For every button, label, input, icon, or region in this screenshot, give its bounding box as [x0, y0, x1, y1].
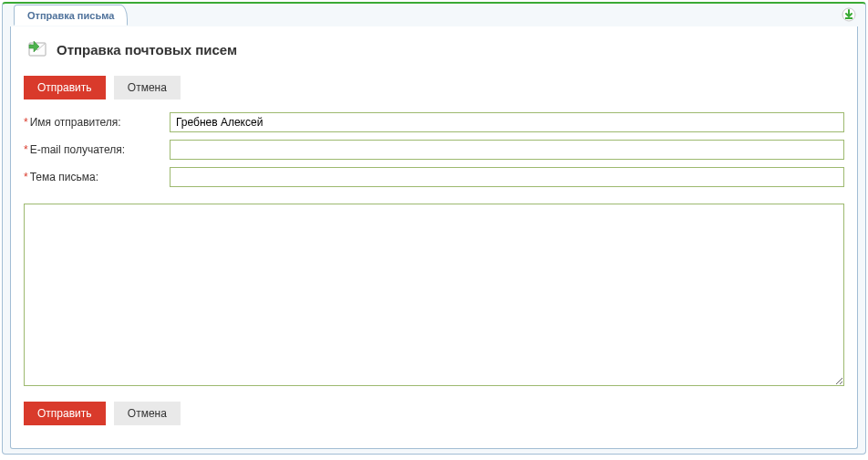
label-recipient: *E-mail получателя: — [24, 143, 170, 156]
label-sender: *Имя отправителя: — [24, 116, 170, 129]
bottom-button-bar: Отправить Отмена — [24, 402, 844, 425]
row-sender: *Имя отправителя: — [24, 112, 844, 132]
required-marker: * — [24, 171, 28, 183]
top-button-bar: Отправить Отмена — [24, 76, 844, 99]
send-button[interactable]: Отправить — [24, 402, 106, 425]
panel-header: Отправка почтовых писем — [24, 37, 844, 61]
form-panel: Отправка почтовых писем Отправить Отмена… — [10, 26, 858, 449]
download-icon[interactable] — [842, 7, 856, 22]
row-subject: *Тема письма: — [24, 167, 844, 187]
svg-rect-1 — [845, 17, 852, 19]
required-marker: * — [24, 143, 28, 156]
recipient-input[interactable] — [170, 140, 844, 160]
panel-title: Отправка почтовых писем — [57, 42, 237, 58]
body-editor[interactable] — [24, 204, 844, 386]
mail-send-icon — [24, 37, 47, 61]
send-button[interactable]: Отправить — [24, 76, 106, 99]
required-marker: * — [24, 116, 28, 129]
label-subject: *Тема письма: — [24, 171, 170, 183]
sender-input[interactable] — [170, 112, 844, 132]
email-send-window: Отправка письма Отправка почтовых писем … — [2, 2, 866, 455]
cancel-button[interactable]: Отмена — [114, 76, 181, 99]
tab-send-email[interactable]: Отправка письма — [14, 5, 128, 26]
cancel-button[interactable]: Отмена — [114, 402, 181, 425]
row-recipient: *E-mail получателя: — [24, 140, 844, 160]
subject-input[interactable] — [170, 167, 844, 187]
tab-strip: Отправка письма — [3, 3, 865, 26]
